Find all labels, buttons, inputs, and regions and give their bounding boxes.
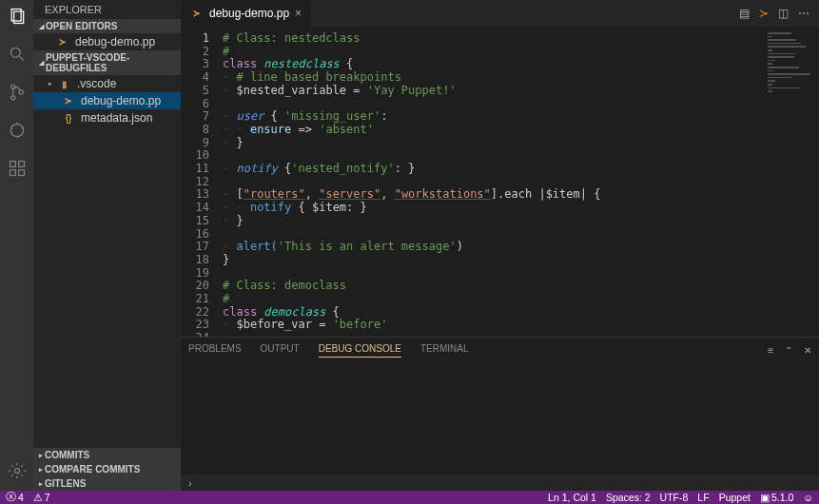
editor-area: ≻ debug-demo.pp × ▤ ≻ ◫ ⋯ 12345678910111… — [181, 0, 819, 491]
file-item-metadata[interactable]: {}metadata.json — [33, 109, 181, 126]
line-numbers: 1234567891011121314151617181920212223242… — [181, 27, 217, 337]
puppet-file-icon: ≻ — [190, 7, 204, 20]
explorer-icon[interactable] — [7, 6, 28, 27]
gitlens-header[interactable]: ▸GITLENS — [33, 476, 181, 491]
sidebar-title: EXPLORER — [33, 0, 181, 19]
split-editor-icon[interactable]: ◫ — [778, 7, 789, 20]
search-icon[interactable] — [7, 44, 28, 65]
source-control-icon[interactable] — [7, 82, 28, 103]
minimap[interactable] — [768, 32, 815, 99]
code-content[interactable]: # Class: nestedclass#class nestedclass {… — [217, 27, 819, 337]
gear-icon[interactable] — [7, 460, 28, 481]
svg-rect-14 — [18, 170, 24, 176]
status-version[interactable]: ▣ 5.1.0 — [760, 492, 793, 503]
open-editors-header[interactable]: ◢OPEN EDITORS — [33, 19, 181, 33]
status-cursor[interactable]: Ln 1, Col 1 — [548, 492, 596, 503]
svg-line-3 — [19, 57, 23, 61]
status-language[interactable]: Puppet — [719, 492, 751, 503]
svg-rect-12 — [10, 162, 15, 167]
tab-output[interactable]: OUTPUT — [261, 343, 300, 357]
status-warnings[interactable]: ⚠ 7 — [33, 492, 50, 503]
tab-debug-console[interactable]: DEBUG CONSOLE — [319, 343, 401, 358]
editor-actions: ▤ ≻ ◫ ⋯ — [739, 0, 819, 27]
preview-icon[interactable]: ▤ — [739, 7, 750, 20]
svg-point-7 — [10, 124, 23, 136]
extensions-icon[interactable] — [7, 158, 28, 179]
svg-rect-13 — [10, 170, 15, 176]
puppet-file-icon: ≻ — [62, 94, 75, 107]
tab-problems[interactable]: PROBLEMS — [188, 343, 242, 357]
explorer-sidebar: EXPLORER ◢OPEN EDITORS ≻debug-demo.pp ◢P… — [33, 0, 181, 491]
folder-item-vscode[interactable]: ▸▮.vscode — [33, 75, 181, 92]
status-errors[interactable]: ⓧ 4 — [6, 491, 24, 504]
bottom-panel: PROBLEMS OUTPUT DEBUG CONSOLE TERMINAL ≡… — [181, 337, 819, 475]
activity-bar — [0, 0, 33, 491]
filter-icon[interactable]: ≡ — [768, 345, 773, 356]
status-feedback-icon[interactable]: ☺ — [803, 492, 813, 503]
debug-console-body[interactable] — [181, 362, 819, 475]
open-editor-item[interactable]: ≻debug-demo.pp — [33, 33, 181, 50]
status-eol[interactable]: LF — [697, 492, 709, 503]
status-encoding[interactable]: UTF-8 — [660, 492, 689, 503]
puppet-file-icon: ≻ — [56, 35, 69, 48]
more-icon[interactable]: ⋯ — [798, 7, 809, 20]
svg-point-16 — [14, 469, 19, 474]
code-editor[interactable]: 1234567891011121314151617181920212223242… — [181, 27, 819, 337]
action-icon[interactable]: ≻ — [759, 7, 769, 20]
json-file-icon: {} — [62, 111, 75, 125]
close-panel-icon[interactable]: ✕ — [804, 345, 811, 356]
editor-tabs: ≻ debug-demo.pp × ▤ ≻ ◫ ⋯ — [181, 0, 819, 27]
status-bar: ⓧ 4 ⚠ 7 Ln 1, Col 1 Spaces: 2 UTF-8 LF P… — [0, 491, 819, 504]
svg-point-5 — [10, 96, 14, 100]
folder-icon: ▮ — [58, 77, 71, 90]
close-icon[interactable]: × — [295, 7, 302, 20]
svg-rect-15 — [18, 162, 24, 167]
tab-terminal[interactable]: TERMINAL — [420, 343, 469, 357]
tab-debug-demo[interactable]: ≻ debug-demo.pp × — [181, 0, 312, 27]
svg-point-6 — [19, 90, 23, 94]
debug-icon[interactable] — [7, 120, 28, 141]
status-spaces[interactable]: Spaces: 2 — [606, 492, 651, 503]
svg-point-4 — [10, 85, 14, 88]
compare-commits-header[interactable]: ▸COMPARE COMMITS — [33, 462, 181, 476]
svg-point-2 — [10, 48, 20, 57]
panel-tabs: PROBLEMS OUTPUT DEBUG CONSOLE TERMINAL ≡… — [181, 338, 819, 362]
breadcrumb[interactable]: › — [181, 475, 819, 491]
collapse-icon[interactable]: ⌃ — [785, 345, 792, 356]
commits-header[interactable]: ▸COMMITS — [33, 448, 181, 462]
file-item-debug-demo[interactable]: ≻debug-demo.pp — [33, 92, 181, 109]
workspace-header[interactable]: ◢PUPPET-VSCODE-DEBUGFILES — [33, 50, 181, 75]
